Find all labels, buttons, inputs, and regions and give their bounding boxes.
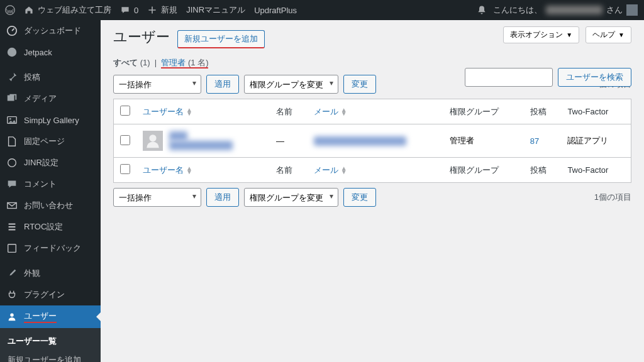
username-blur: aaaa xyxy=(169,131,187,141)
svg-point-4 xyxy=(9,118,11,120)
menu-contact[interactable]: お問い合わせ xyxy=(0,195,101,216)
gallery-icon xyxy=(6,114,18,126)
posts-link[interactable]: 87 xyxy=(530,136,539,146)
user-icon xyxy=(6,311,18,322)
new-label: 新規 xyxy=(161,4,177,16)
col-email-foot[interactable]: メール▲▼ xyxy=(308,158,444,183)
menu-label: フィードバック xyxy=(24,243,81,254)
select-all-top[interactable] xyxy=(120,106,130,116)
apply-bulk-bottom[interactable]: 適用 xyxy=(206,188,239,207)
bulk-action-select-bottom[interactable]: 一括操作 xyxy=(113,188,201,207)
cell-twofactor: 認証アプリ xyxy=(561,124,631,158)
sort-icon: ▲▼ xyxy=(186,167,192,174)
menu-jinr[interactable]: JINR設定 xyxy=(0,152,101,173)
menu-rtoc[interactable]: RTOC設定 xyxy=(0,216,101,238)
filter-all-label[interactable]: すべて xyxy=(113,58,138,67)
avatar xyxy=(626,4,638,16)
col-role-foot: 権限グループ xyxy=(443,158,523,183)
menu-jetpack[interactable]: Jetpack xyxy=(0,41,101,63)
search-users-button[interactable]: ユーザーを検索 xyxy=(558,68,631,87)
filter-links: すべて (1) | 管理者 (1 名) xyxy=(113,57,631,69)
menu-appearance[interactable]: 外観 xyxy=(0,263,101,284)
col-role: 権限グループ xyxy=(443,99,523,124)
menu-dashboard[interactable]: ダッシュボード xyxy=(0,20,101,41)
adminbar: ウェブ組み立て工房 0 新規 JINRマニュアル UpdraftPlus こんに… xyxy=(0,0,644,20)
screen-options-button[interactable]: 表示オプション▼ xyxy=(503,26,579,43)
menu-media[interactable]: メディア xyxy=(0,88,101,109)
list-icon xyxy=(6,221,18,233)
adminbar-extra-updraft[interactable]: UpdraftPlus xyxy=(254,6,297,15)
menu-plugins[interactable]: プラグイン xyxy=(0,284,101,305)
menu-simply-gallery[interactable]: SimpLy Gallery xyxy=(0,109,101,131)
account-greeting[interactable]: こんにちは、 さん xyxy=(493,4,638,16)
comment-count: 0 xyxy=(134,6,138,15)
col-username-foot[interactable]: ユーザー名▲▼ xyxy=(136,158,270,183)
sort-icon: ▲▼ xyxy=(186,108,192,116)
comment-icon xyxy=(6,178,18,190)
email-link[interactable]: xxxxxxxxxxxx@xxxxx.xxx xyxy=(314,136,406,146)
col-label: メール xyxy=(314,165,338,175)
menu-feedback[interactable]: フィードバック xyxy=(0,238,101,259)
submenu-users-list[interactable]: ユーザー一覧 xyxy=(0,332,101,351)
submenu-add-user[interactable]: 新規ユーザーを追加 xyxy=(0,351,101,362)
user-search-input[interactable] xyxy=(465,68,553,87)
adminbar-extra-jinr[interactable]: JINRマニュアル xyxy=(186,4,245,16)
wp-logo[interactable] xyxy=(5,5,15,15)
username-blur: bbbbbbbbbbbbbb xyxy=(169,141,233,150)
site-title: ウェブ組み立て工房 xyxy=(38,4,111,16)
svg-point-8 xyxy=(10,314,13,317)
feedback-icon xyxy=(6,243,18,254)
sort-icon: ▲▼ xyxy=(341,167,347,174)
menu-label: JINR設定 xyxy=(24,157,58,168)
dashboard-icon xyxy=(6,25,18,36)
brush-icon xyxy=(6,268,18,279)
jetpack-icon xyxy=(6,47,18,58)
new-content[interactable]: 新規 xyxy=(147,4,177,16)
col-name: 名前 xyxy=(270,99,308,124)
row-checkbox[interactable] xyxy=(120,135,130,145)
email-blur: xxxxxxxxxxxx@xxxxx.xxx xyxy=(314,136,406,146)
change-role-bottom[interactable]: 変更 xyxy=(343,188,376,207)
account-name-blur xyxy=(546,6,602,14)
filter-admin-link[interactable]: 管理者 (1 名) xyxy=(161,58,208,69)
change-role-top[interactable]: 変更 xyxy=(343,75,376,94)
menu-label: プラグイン xyxy=(24,289,65,300)
filter-admin-count: (1 名) xyxy=(188,58,209,67)
jinr-icon xyxy=(6,157,18,168)
page-title: ユーザー xyxy=(113,28,170,47)
menu-pages[interactable]: 固定ページ xyxy=(0,131,101,152)
site-home[interactable]: ウェブ組み立て工房 xyxy=(24,4,111,16)
col-email[interactable]: メール▲▼ xyxy=(308,99,444,124)
items-count-bottom: 1個の項目 xyxy=(594,192,631,203)
menu-label: Jetpack xyxy=(24,48,52,57)
change-role-select-top[interactable]: 権限グループを変更… xyxy=(244,75,338,94)
svg-point-12 xyxy=(149,134,156,141)
add-new-user-button[interactable]: 新規ユーザーを追加 xyxy=(177,30,265,48)
menu-posts[interactable]: 投稿 xyxy=(0,67,101,88)
apply-bulk-top[interactable]: 適用 xyxy=(206,75,239,94)
menu-label: 外観 xyxy=(24,268,40,279)
change-role-select-bottom[interactable]: 権限グループを変更… xyxy=(244,188,338,207)
users-submenu: ユーザー一覧 新規ユーザーを追加 プロフィール xyxy=(0,328,101,362)
col-username[interactable]: ユーザー名▲▼ xyxy=(136,99,270,124)
menu-label: 固定ページ xyxy=(24,136,65,147)
caret-down-icon: ▼ xyxy=(618,31,625,38)
bulk-action-select-top[interactable]: 一括操作 xyxy=(113,75,201,94)
tablenav-bottom: 一括操作 適用 権限グループを変更… 変更 1個の項目 xyxy=(113,188,631,207)
greeting-prefix: こんにちは、 xyxy=(493,4,542,16)
menu-label: SimpLy Gallery xyxy=(24,116,79,125)
help-button[interactable]: ヘルプ▼ xyxy=(586,26,631,43)
screen-options-label: 表示オプション xyxy=(510,30,563,40)
admin-sidebar: ダッシュボード Jetpack 投稿 メディア SimpLy Gallery 固… xyxy=(0,20,101,362)
menu-comments[interactable]: コメント xyxy=(0,173,101,195)
filter-admin-label: 管理者 xyxy=(161,58,186,67)
select-all-bottom[interactable] xyxy=(120,164,130,174)
notifications-icon[interactable] xyxy=(477,5,487,15)
username-link[interactable]: aaaa bbbbbbbbbbbbbb xyxy=(169,131,233,150)
comments-link[interactable]: 0 xyxy=(120,5,138,15)
page-icon xyxy=(6,136,18,147)
col-label: メール xyxy=(314,107,338,116)
svg-point-5 xyxy=(8,159,16,167)
menu-users[interactable]: ユーザー xyxy=(0,305,101,328)
col-label: ユーザー名 xyxy=(143,165,184,175)
